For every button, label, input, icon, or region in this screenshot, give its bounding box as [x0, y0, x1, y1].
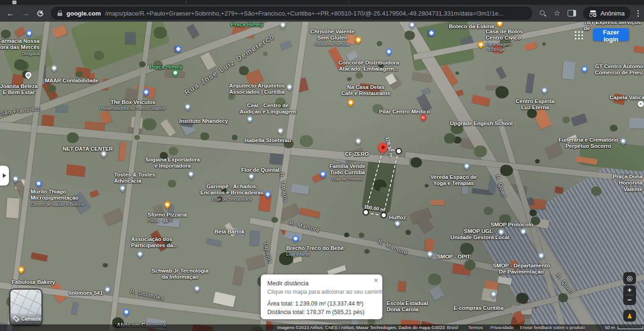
map-place-label[interactable]: Sogiana Exportadorae Importadora	[145, 157, 200, 170]
building-roof	[524, 42, 537, 51]
map-place-label[interactable]: Upgrade English School	[450, 121, 513, 127]
map-place-label[interactable]: Arquitecto ArquitetosAssociados | Curiti…	[229, 83, 285, 96]
measurement-vertex[interactable]	[363, 210, 369, 216]
map-place-label[interactable]: Murilo ThiagoMicropigmentaçãoCentro de s…	[31, 189, 83, 207]
building-roof	[89, 190, 98, 198]
url-bar[interactable]: google.com/maps/place/R.+Paulo+Graeser+S…	[51, 7, 532, 20]
map-place-label[interactable]: Vereda Espaço deYoga e Terapias	[430, 174, 477, 187]
map-place-label[interactable]: Fabulosa Bakery	[12, 279, 55, 285]
map-place-label[interactable]: Brechó Tréco do BebêLoja infantil	[286, 245, 344, 257]
zoom-control[interactable]: + −	[623, 285, 636, 305]
map-place-label[interactable]: Na Casa DelasCafé e Restaurante	[341, 84, 390, 97]
attribution-link[interactable]: Privacidade	[490, 325, 514, 330]
map-place-label[interactable]: Tostes & TostesAdvocacia	[114, 172, 155, 185]
tree	[562, 116, 570, 123]
reload-button[interactable]	[37, 10, 44, 17]
map-place-label[interactable]: Instituto Nhandecy	[179, 118, 228, 124]
measurement-vertex[interactable]	[381, 212, 387, 218]
menu-dots-icon[interactable]	[637, 9, 639, 17]
back-button[interactable]: ←	[7, 9, 15, 17]
map-place-label[interactable]: Centro EspíritaLuz Eterna	[516, 98, 554, 111]
map-place-label[interactable]: Farmácia NossaSenhora das MercêsDrogaria	[0, 38, 40, 56]
map-place-label[interactable]: Associação dosParticipantes da...	[131, 236, 177, 249]
map-canvas[interactable]: Fazer login Camadas ◎ + − ♟ × Medir dist…	[0, 0, 644, 331]
map-place-label[interactable]: Béla Bartók	[215, 229, 245, 235]
map-pin-shop[interactable]	[34, 179, 43, 187]
layers-button[interactable]: Camadas	[9, 289, 42, 326]
map-place-label[interactable]: Ceal - Centro deAudição e Linguagem	[239, 103, 296, 115]
map-place-label[interactable]: Garimpê - Achados,Encantos e Brincadeira…	[200, 184, 264, 202]
forward-button[interactable]: →	[22, 9, 30, 17]
map-place-label[interactable]: Schwab Jr Tecnologiada Informação	[152, 268, 209, 281]
building-roof	[397, 281, 406, 292]
map-place-label[interactable]: GT Centro AutomotivoComércio de Pneu	[595, 64, 644, 76]
zoom-in-button[interactable]: +	[627, 285, 632, 295]
map-place-label[interactable]: E-compras Curitiba	[454, 305, 504, 311]
tab-strip[interactable]	[0, 0, 644, 5]
building-roof	[245, 255, 265, 271]
map-pin-shop[interactable]	[122, 307, 131, 316]
measurement-vertex[interactable]	[396, 148, 402, 154]
map-place-label[interactable]: MAAR Contabilidade	[45, 78, 99, 84]
map-place-label[interactable]: SMOP - OPIT	[437, 254, 471, 260]
map-pin-gray[interactable]	[276, 126, 285, 135]
building-roof	[232, 266, 245, 286]
close-icon[interactable]: ×	[374, 277, 378, 284]
side-panel-expand-button[interactable]	[0, 166, 9, 186]
zoom-out-button[interactable]: −	[627, 295, 632, 305]
map-pin-gen[interactable]	[136, 250, 144, 258]
map-place-label[interactable]: Sforno PizzariaPizza · $$	[148, 212, 187, 224]
map-place-label[interactable]: SMOP - DepartamentoDe Pavimentação	[493, 263, 550, 275]
map-place-label[interactable]: The Box VeículosRevendedora de carros us…	[101, 99, 165, 111]
map-pin-gen[interactable]	[183, 102, 192, 111]
apps-grid-icon[interactable]	[575, 31, 583, 40]
side-panel-icon[interactable]	[568, 10, 576, 16]
map-pin-bus[interactable]	[175, 46, 182, 52]
map-place-label[interactable]: Concordê DistribuidoraAtacado, Embalagem…	[339, 60, 399, 73]
tree	[239, 66, 249, 75]
attribution-link[interactable]: Brasil	[447, 325, 458, 330]
tree	[464, 260, 476, 270]
incognito-badge[interactable]: Anônima	[583, 7, 630, 20]
bookmark-star-icon[interactable]: ☆	[553, 9, 560, 17]
map-pin-shop[interactable]	[580, 65, 589, 73]
tree	[14, 59, 26, 70]
attribution-link[interactable]: Enviar feedback sobre o produto	[520, 325, 585, 330]
map-pin-gen[interactable]	[118, 184, 127, 192]
map-pin-gen[interactable]	[187, 170, 195, 178]
search-icon[interactable]	[539, 10, 546, 17]
map-pin-gen[interactable]	[246, 114, 254, 123]
map-place-label[interactable]: Escola EstadualDona Carola	[387, 300, 428, 313]
map-pin-gen[interactable]	[103, 285, 112, 293]
map-place-label[interactable]: Funerária e CrematórioPerpétuo Socorro	[559, 137, 619, 150]
map-park-label[interactable]: Praça Himeji	[149, 64, 182, 70]
scale-label: 50 m	[605, 325, 615, 330]
map-pin-bus[interactable]	[429, 30, 435, 36]
map-pin-cross[interactable]: +	[638, 101, 644, 107]
building-roof	[213, 291, 236, 307]
map-pin-gen[interactable]	[193, 284, 201, 292]
tree	[484, 207, 493, 215]
pegman-button[interactable]: ♟	[623, 310, 636, 322]
map-park-label[interactable]: Praça Himeji	[231, 22, 263, 28]
map-pin-gray[interactable]	[354, 137, 363, 145]
map-place-label[interactable]: Família VendeTudo CuritibaLoja de móveis	[330, 163, 366, 181]
map-pin-shop[interactable]	[25, 29, 33, 37]
map-place-label[interactable]: Christine ValenteSem GlútenAmbiente fami…	[310, 29, 354, 47]
map-pin-shop[interactable]	[385, 47, 393, 56]
map-place-label[interactable]: Flor de Quintal	[241, 167, 279, 173]
map-place-label[interactable]: solimões 541	[69, 290, 103, 296]
map-place-label[interactable]: SMOP Protocolo	[491, 222, 534, 228]
map-place-label[interactable]: Praça DonaHonorinaValente	[613, 174, 643, 193]
map-pin-food[interactable]	[347, 98, 355, 106]
attribution-link[interactable]: Termos	[468, 325, 483, 330]
map-place-label[interactable]: Casa de BolosCentro CívicoPara viagem· E…	[486, 29, 523, 52]
login-button[interactable]: Fazer login	[593, 28, 629, 41]
map-place-label[interactable]: Joanita BelezaE Bem Estar	[0, 83, 38, 96]
my-location-button[interactable]: ◎	[623, 272, 636, 284]
map-place-label[interactable]: Isabella Stoeterau	[245, 137, 291, 144]
map-place-label[interactable]: Capela Vatica	[610, 95, 644, 101]
tree	[272, 217, 278, 223]
map-place-label[interactable]: CF ZERO	[345, 151, 369, 157]
map-pin-gen[interactable]	[540, 86, 549, 94]
